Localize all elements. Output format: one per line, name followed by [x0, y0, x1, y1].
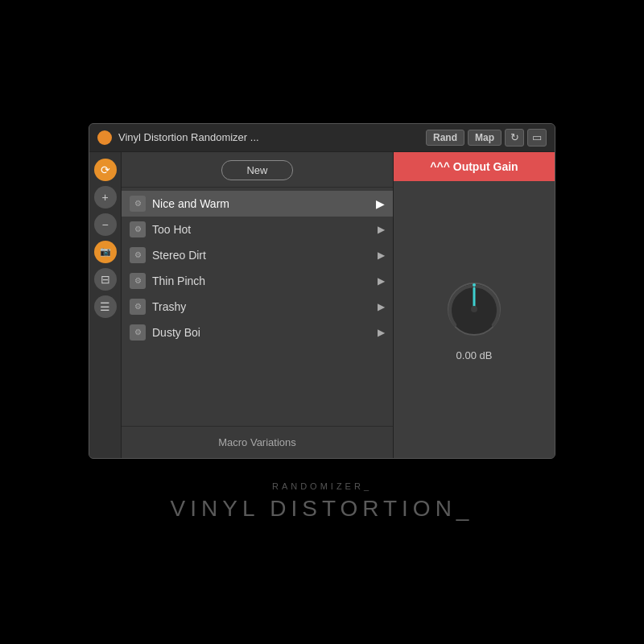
- play-icon-5[interactable]: ▶: [378, 301, 385, 312]
- preset-icon-4: ⚙: [130, 273, 146, 289]
- rand-button[interactable]: Rand: [426, 130, 464, 146]
- new-btn-row: New: [122, 152, 393, 188]
- preset-item[interactable]: ⚙ Too Hot ▶: [122, 217, 393, 242]
- plugin-container: Vinyl Distortion Randomizer ... Rand Map…: [89, 123, 555, 522]
- footer-subtitle: RANDOMIZER_: [171, 481, 474, 491]
- preset-item[interactable]: ⚙ Dusty Boi ▶: [122, 320, 393, 345]
- macro-variations-btn[interactable]: Macro Variations: [122, 426, 393, 458]
- sidebar-camera-btn[interactable]: 📷: [94, 241, 117, 263]
- preset-name-2: Too Hot: [152, 223, 371, 236]
- play-icon-6[interactable]: ▶: [378, 327, 385, 338]
- preset-name-3: Stereo Dirt: [152, 249, 371, 262]
- preset-icon-2: ⚙: [130, 221, 146, 237]
- plugin-body: ⟳ + − 📷 ⊟ ☰: [89, 152, 555, 458]
- preset-item[interactable]: ⚙ Stereo Dirt ▶: [122, 242, 393, 268]
- preset-name-5: Trashy: [152, 300, 371, 313]
- refresh-icon: ↻: [510, 131, 519, 143]
- title-bar-buttons: Rand Map ↻ ▭: [426, 129, 547, 147]
- preset-name-1: Nice and Warm: [152, 197, 369, 210]
- save-icon: ▭: [532, 131, 542, 143]
- camera-icon: 📷: [100, 246, 111, 257]
- preset-item[interactable]: ⚙ Thin Pinch ▶: [122, 268, 393, 294]
- svg-point-2: [471, 306, 477, 312]
- play-icon-4[interactable]: ▶: [378, 275, 385, 287]
- knob-value-label: 0.00 dB: [456, 349, 493, 361]
- title-bar: Vinyl Distortion Randomizer ... Rand Map…: [89, 124, 555, 152]
- sidebar-home-btn[interactable]: ⟳: [94, 159, 117, 181]
- home-icon: ⟳: [101, 163, 110, 176]
- sidebar: ⟳ + − 📷 ⊟ ☰: [89, 152, 122, 458]
- play-icon-2[interactable]: ▶: [378, 224, 385, 235]
- plugin-window: Vinyl Distortion Randomizer ... Rand Map…: [89, 123, 555, 459]
- preset-icon-5: ⚙: [130, 299, 146, 315]
- preset-item[interactable]: ⚙ Nice and Warm ▶: [122, 191, 393, 217]
- output-knob[interactable]: [442, 277, 506, 341]
- preset-panel: New ⚙ Nice and Warm ▶ ⚙ Too Hot ▶ ⚙: [122, 152, 394, 458]
- preset-item[interactable]: ⚙ Trashy ▶: [122, 294, 393, 320]
- output-gain-header: ^^^ Output Gain: [394, 152, 555, 181]
- title-circle: [97, 130, 112, 145]
- plugin-title: Vinyl Distortion Randomizer ...: [118, 131, 419, 143]
- play-icon-1[interactable]: ▶: [376, 197, 385, 210]
- preset-name-6: Dusty Boi: [152, 326, 371, 339]
- sidebar-remove-btn[interactable]: ⊟: [94, 268, 117, 291]
- footer-text: RANDOMIZER_ VINYL DISTORTION_: [171, 481, 474, 522]
- sidebar-add-btn[interactable]: +: [94, 186, 117, 208]
- refresh-button[interactable]: ↻: [505, 129, 524, 147]
- preset-icon-3: ⚙: [130, 247, 146, 263]
- new-preset-button[interactable]: New: [221, 160, 292, 180]
- sidebar-minus-btn[interactable]: −: [94, 213, 117, 236]
- save-button[interactable]: ▭: [527, 129, 547, 147]
- preset-icon-1: ⚙: [130, 196, 146, 212]
- knob-area: 0.00 dB: [394, 181, 555, 458]
- list-icon: ☰: [100, 300, 110, 313]
- preset-icon-6: ⚙: [130, 324, 146, 341]
- output-panel: ^^^ Output Gain: [394, 152, 555, 458]
- preset-name-4: Thin Pinch: [152, 275, 371, 287]
- footer-title: VINYL DISTORTION_: [171, 496, 474, 522]
- add-icon: +: [101, 191, 108, 204]
- knob-svg: [442, 277, 506, 341]
- play-icon-3[interactable]: ▶: [378, 250, 385, 261]
- minus-icon: −: [101, 218, 108, 231]
- preset-list: ⚙ Nice and Warm ▶ ⚙ Too Hot ▶ ⚙ Stereo D…: [122, 188, 393, 426]
- sidebar-list-btn[interactable]: ☰: [94, 295, 117, 318]
- remove-icon: ⊟: [101, 273, 110, 286]
- map-button[interactable]: Map: [468, 130, 502, 146]
